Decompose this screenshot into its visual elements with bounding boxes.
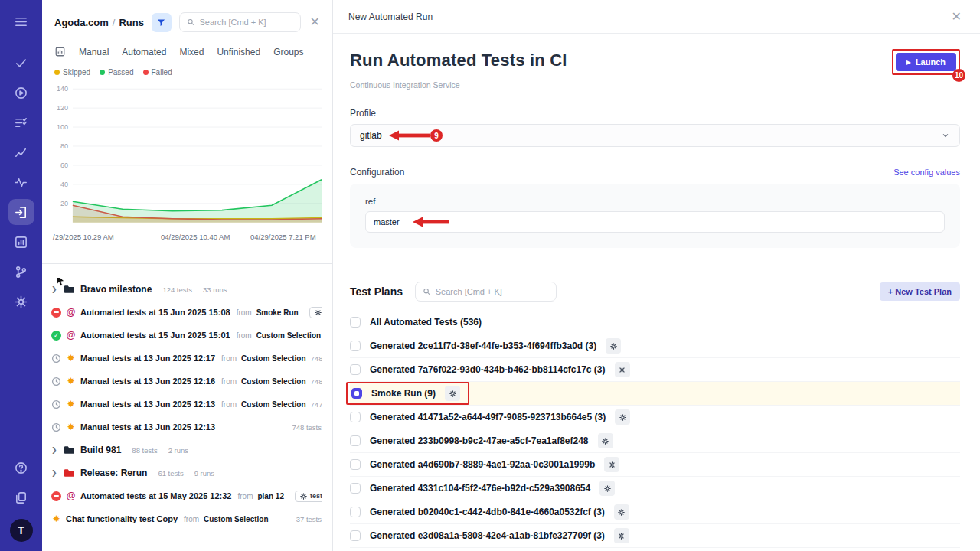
svg-text:140: 140 (57, 85, 68, 93)
tree-run-row[interactable]: ✸Manual tests at 13 Jun 2025 12:13fromCu… (51, 393, 322, 416)
play-circle-icon[interactable] (8, 80, 34, 106)
automated-run-icon: @ (66, 307, 76, 318)
tab-mixed[interactable]: Mixed (179, 47, 204, 57)
from-value: Custom Selection (241, 377, 305, 386)
test-plan-row[interactable]: Generated 83715b93-6c1e-4663-9417-ef23a4… (350, 548, 960, 551)
menu-icon[interactable] (8, 8, 34, 34)
plan-checkbox[interactable] (350, 435, 361, 446)
profile-label: Profile (350, 108, 960, 119)
svg-text:20: 20 (60, 200, 68, 207)
new-test-plan-button[interactable]: + New Test Plan (880, 282, 960, 301)
plan-checkbox[interactable] (350, 412, 361, 422)
plan-checkbox[interactable] (350, 507, 361, 517)
breadcrumb: Agoda.com / Runs (54, 17, 144, 28)
test-plan-row[interactable]: Generated e3d08a1a-5808-42e4-a1ab-81bfe3… (350, 524, 960, 548)
launch-button[interactable]: ▶ Launch (896, 53, 956, 71)
plan-settings-button[interactable] (606, 338, 621, 354)
plan-checkbox[interactable] (350, 530, 361, 541)
plan-settings-button[interactable] (604, 457, 619, 472)
plan-name: Generated 41471a52-a644-49f7-9085-923713… (370, 412, 606, 422)
tree-run-row[interactable]: @Automated tests at 15 May 2025 12:32fro… (51, 484, 322, 507)
plan-checkbox[interactable] (350, 459, 361, 470)
help-icon[interactable] (8, 455, 34, 481)
run-tests-count: 748 tests (311, 377, 322, 386)
breadcrumb-page: Runs (119, 17, 144, 28)
tab-automated[interactable]: Automated (122, 47, 166, 57)
new-automated-run-panel: New Automated Run ✕ Run Automated Tests … (333, 0, 980, 551)
test-plan-row[interactable]: Generated 41471a52-a644-49f7-9085-923713… (350, 406, 960, 429)
test-plan-row[interactable]: Smoke Run (9) (350, 382, 960, 406)
profile-select[interactable]: gitlab 9 (350, 124, 960, 147)
tab-groups[interactable]: Groups (273, 47, 303, 57)
passed-status-icon (51, 331, 61, 341)
test-plan-row[interactable]: All Automated Tests (536) (350, 311, 960, 334)
tree-run-row[interactable]: ✸Manual tests at 13 Jun 2025 12:13748 te… (51, 416, 322, 439)
play-icon: ▶ (906, 59, 911, 66)
plan-settings-button[interactable] (615, 409, 630, 425)
test-plan-row[interactable]: Generated a4d690b7-8889-4ae1-92aa-0c3001… (350, 453, 960, 477)
plan-settings-button[interactable] (615, 362, 630, 377)
test-plan-row[interactable]: Generated b02040c1-c442-4db0-841e-4660a0… (350, 500, 960, 524)
plans-search-input[interactable] (436, 287, 549, 296)
plan-name: Generated 4331c104-f5f2-476e-b92d-c529a3… (370, 483, 590, 494)
run-title: Manual tests at 13 Jun 2025 12:17 (80, 354, 215, 363)
report-icon[interactable] (8, 229, 34, 255)
modal-close-button[interactable]: ✕ (949, 9, 965, 24)
legend-dot (143, 70, 149, 75)
trend-icon[interactable] (8, 139, 34, 165)
run-list-icon[interactable] (8, 109, 34, 135)
tree-run-row[interactable]: @Automated tests at 15 Jun 2025 15:01fro… (51, 324, 322, 347)
legend-skipped: Skipped (54, 68, 90, 77)
filter-button[interactable] (152, 13, 172, 32)
tree-run-row[interactable]: @Automated tests at 15 Jun 2025 15:08fro… (51, 301, 322, 324)
avatar[interactable]: T (10, 519, 33, 542)
tree-run-row[interactable]: ✸Manual tests at 13 Jun 2025 12:16fromCu… (51, 370, 322, 393)
activity-icon[interactable] (8, 169, 34, 195)
plan-checkbox[interactable] (350, 483, 361, 494)
plan-settings-button[interactable] (614, 528, 629, 543)
test-plan-row[interactable]: Generated 7a76f022-93d0-434b-b462-bb8114… (350, 358, 960, 382)
check-icon[interactable] (8, 50, 34, 76)
plan-settings-button[interactable] (598, 433, 613, 448)
import-icon[interactable] (8, 199, 34, 225)
plan-settings-button[interactable] (614, 504, 629, 520)
tree-folder-row[interactable]: ❯Release: Rerun61 tests9 runs (51, 461, 322, 484)
tree-run-row[interactable]: ✸Chat functionality test CopyfromCustom … (51, 507, 322, 530)
runs-view-icon[interactable] (54, 46, 66, 57)
plan-settings-button[interactable] (445, 386, 460, 401)
tree-folder-row[interactable]: ❯Build 98188 tests2 runs (51, 439, 322, 461)
ref-input[interactable] (365, 211, 945, 233)
failed-status-icon (51, 308, 61, 318)
manual-run-icon: ✸ (66, 422, 76, 432)
legend-passed: Passed (100, 68, 133, 77)
runs-panel-close-button[interactable]: ✕ (307, 15, 323, 30)
docs-icon[interactable] (8, 484, 34, 510)
svg-text:80: 80 (60, 142, 68, 150)
x-axis-label: 04/29/2025 7:21 PM (250, 233, 316, 241)
run-type-badge[interactable]: test (295, 491, 322, 502)
tab-manual[interactable]: Manual (79, 47, 109, 57)
chart-x-labels: /29/2025 10:29 AM04/29/2025 10:40 AM04/2… (42, 233, 332, 245)
tree-folder-row[interactable]: ❯Bravo milestone124 tests33 runs (51, 278, 322, 301)
plan-checkbox[interactable] (350, 364, 361, 375)
test-plan-row[interactable]: Generated 2ce11f7d-38ef-44fe-b353-4f694f… (350, 334, 960, 358)
tree-run-row[interactable]: ✸Manual tests at 13 Jun 2025 12:17fromCu… (51, 347, 322, 370)
plan-checkbox[interactable] (351, 388, 362, 399)
see-config-values-link[interactable]: See config values (893, 168, 960, 177)
ref-label: ref (365, 197, 945, 206)
plan-checkbox[interactable] (350, 341, 361, 351)
from-label: from (184, 515, 199, 523)
tab-unfinished[interactable]: Unfinished (217, 47, 260, 57)
breadcrumb-project[interactable]: Agoda.com (54, 17, 109, 28)
branch-icon[interactable] (8, 259, 34, 285)
runs-search-input[interactable] (199, 18, 292, 27)
pending-status-icon (51, 377, 61, 386)
run-type-badge[interactable]: test (309, 307, 322, 318)
from-label: from (221, 354, 237, 363)
plan-settings-button[interactable] (599, 481, 615, 496)
gear-icon[interactable] (8, 289, 34, 315)
x-axis-label: /29/2025 10:29 AM (53, 233, 114, 241)
test-plan-row[interactable]: Generated 4331c104-f5f2-476e-b92d-c529a3… (350, 477, 960, 500)
plan-checkbox[interactable] (350, 317, 361, 328)
test-plan-row[interactable]: Generated 233b0998-b9c2-47ae-a5cf-7ea1af… (350, 429, 960, 453)
